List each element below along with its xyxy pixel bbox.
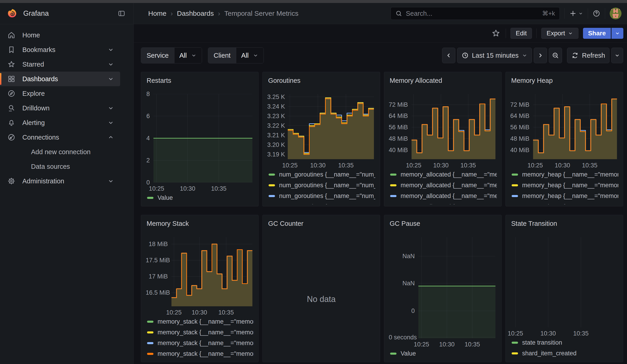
- sidebar-item-home[interactable]: Home: [0, 28, 120, 42]
- breadcrumb-dashboards[interactable]: Dashboards: [177, 9, 214, 17]
- legend-item[interactable]: shard_item_created: [512, 348, 618, 359]
- chevron-down-icon[interactable]: [107, 75, 114, 82]
- legend-item[interactable]: num_goroutines {__name__="num_go: [268, 191, 375, 201]
- add-new-button[interactable]: [569, 9, 583, 17]
- chart-area: 18 MiB17.5 MiB17 MiB16.5 MiB: [146, 234, 254, 306]
- sidebar-item-drilldown[interactable]: Drilldown: [0, 101, 120, 115]
- legend-item[interactable]: memory_allocated {__name__="memo: [390, 201, 497, 204]
- sidebar-item-dashboards[interactable]: Dashboards: [0, 72, 120, 86]
- search-box[interactable]: ⌘+k: [391, 7, 560, 20]
- legend-series-label: memory_allocated {__name__="memo: [401, 171, 497, 178]
- legend-item[interactable]: memory_allocated {__name__="memo: [390, 191, 497, 201]
- legend-item[interactable]: state transition: [512, 337, 618, 348]
- share-button[interactable]: Share: [583, 28, 611, 39]
- export-button[interactable]: Export: [541, 28, 578, 39]
- search-input[interactable]: [405, 9, 542, 18]
- refresh-interval-dropdown[interactable]: [611, 48, 623, 63]
- panel-title[interactable]: GC Counter: [268, 219, 375, 228]
- legend-series-swatch: [512, 352, 518, 354]
- time-forward-button[interactable]: [534, 48, 547, 63]
- y-axis-label: 72 MiB: [510, 101, 529, 108]
- x-axis-label: 10:35: [461, 162, 476, 169]
- chevron-down-icon[interactable]: [107, 119, 114, 126]
- plot[interactable]: [533, 94, 617, 159]
- sidebar-item-data-sources[interactable]: Data sources: [0, 159, 120, 174]
- legend-item[interactable]: memory_heap {__name__="memory_h: [512, 191, 618, 201]
- sidebar-item-explore[interactable]: Explore: [0, 86, 120, 101]
- plot[interactable]: [510, 237, 617, 327]
- time-back-button[interactable]: [442, 48, 455, 63]
- legend-item[interactable]: num_goroutines {__name__="num_go: [268, 180, 375, 191]
- legend-series-label: shard_item_created: [522, 350, 576, 357]
- divider: [506, 29, 506, 38]
- sidebar-item-add-new-connection[interactable]: Add new connection: [0, 145, 120, 159]
- user-avatar[interactable]: [610, 7, 622, 19]
- sidebar-item-label: Starred: [22, 61, 44, 68]
- panel-title[interactable]: Memory Stack: [147, 219, 254, 228]
- sidebar-item-alerting[interactable]: Alerting: [0, 115, 120, 130]
- chevron-down-icon[interactable]: [107, 46, 114, 53]
- legend-item[interactable]: Value: [390, 348, 497, 359]
- panel-title[interactable]: Memory Allocated: [390, 76, 497, 85]
- legend-item[interactable]: memory_stack {__name__="memory_s: [147, 327, 254, 338]
- x-axis-label: 10:30: [555, 162, 570, 169]
- x-axis-label: 10:25: [282, 162, 298, 169]
- time-range-picker[interactable]: Last 15 minutes: [457, 48, 532, 63]
- sidebar-item-starred[interactable]: Starred: [0, 57, 120, 72]
- client-variable-value[interactable]: All: [236, 48, 263, 63]
- star-dashboard-icon[interactable]: [491, 28, 501, 39]
- compass-icon: [7, 89, 15, 98]
- service-variable-value[interactable]: All: [174, 48, 202, 63]
- breadcrumb-home[interactable]: Home: [148, 9, 166, 17]
- plot[interactable]: [154, 94, 252, 182]
- y-axis-label: 40 MiB: [510, 146, 529, 154]
- plot[interactable]: [288, 94, 374, 159]
- zoom-out-button[interactable]: [549, 48, 562, 63]
- panel-title[interactable]: GC Pause: [390, 219, 497, 228]
- legend-item[interactable]: num_goroutines {__name__="num_go: [268, 201, 375, 204]
- chart-area: [510, 234, 618, 327]
- legend-item[interactable]: memory_heap {__name__="memory_h: [512, 180, 618, 191]
- legend-item[interactable]: memory_stack {__name__="memory_s: [147, 349, 254, 359]
- legend-item[interactable]: num_goroutines {__name__="num_go: [268, 169, 375, 180]
- panel-title[interactable]: Restarts: [147, 76, 254, 85]
- grafana-logo[interactable]: [7, 8, 17, 18]
- y-axis-label: 4: [146, 135, 150, 142]
- x-axis-label: 10:30: [433, 162, 449, 169]
- sidebar-toggle-icon[interactable]: [116, 8, 127, 18]
- legend-item[interactable]: memory_stack {__name__="memory_s: [147, 316, 254, 327]
- plot[interactable]: [418, 237, 495, 338]
- no-data-message: No data: [263, 294, 380, 304]
- sidebar-item-label: Bookmarks: [22, 46, 55, 53]
- legend-item[interactable]: memory_heap {__name__="memory_h: [512, 169, 618, 180]
- plot[interactable]: [171, 237, 252, 306]
- chevron-down-icon[interactable]: [107, 178, 114, 185]
- sidebar-item-connections[interactable]: Connections: [0, 130, 120, 145]
- panel-title[interactable]: Goroutines: [268, 76, 375, 85]
- bookmark-icon: [7, 46, 15, 54]
- legend-item[interactable]: memory_heap {__name__="memory_h: [512, 201, 618, 204]
- sidebar-item-administration[interactable]: Administration: [0, 174, 120, 188]
- panel-gc-counter: GC CounterNo data: [262, 215, 380, 362]
- y-axis-label: 48 MiB: [389, 135, 408, 142]
- edit-button[interactable]: Edit: [511, 28, 532, 39]
- y-axis-label: 0: [389, 308, 415, 314]
- search-shortcut: ⌘+k: [542, 10, 555, 17]
- help-icon[interactable]: [593, 9, 600, 17]
- legend-series-label: Value: [401, 350, 416, 357]
- legend-item[interactable]: Value: [147, 193, 254, 203]
- sidebar-item-bookmarks[interactable]: Bookmarks: [0, 42, 120, 57]
- panel-title[interactable]: State Transition: [511, 219, 618, 228]
- plot[interactable]: [412, 94, 495, 159]
- legend-item[interactable]: memory_stack {__name__="memory_s: [147, 338, 254, 349]
- chevron-up-icon[interactable]: [107, 134, 114, 141]
- x-axis-label: 10:35: [218, 309, 234, 316]
- chevron-down-icon[interactable]: [107, 61, 114, 68]
- legend-item[interactable]: memory_allocated {__name__="memo: [390, 180, 497, 191]
- legend-item[interactable]: memory_allocated {__name__="memo: [390, 169, 497, 180]
- share-dropdown-button[interactable]: [612, 28, 623, 39]
- chevron-down-icon[interactable]: [107, 105, 114, 111]
- x-axis: 10:2510:3010:35: [412, 159, 495, 169]
- refresh-button[interactable]: Refresh: [567, 48, 609, 63]
- panel-title[interactable]: Memory Heap: [511, 76, 618, 85]
